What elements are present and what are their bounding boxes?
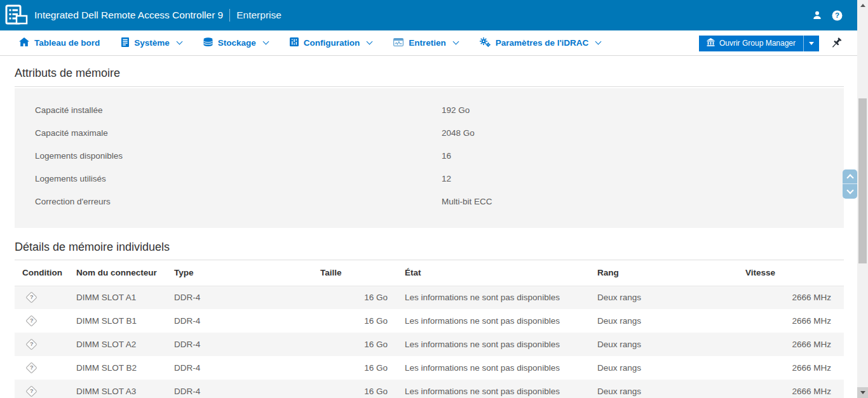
chevron-down-icon xyxy=(176,39,182,45)
memory-attributes-panel: Capacité installée 192 Go Capacité maxim… xyxy=(15,88,844,228)
main-nav: Tableau de bord Système Stockage xyxy=(0,30,857,56)
table-row: ? DIMM SLOT A3 DDR-4 16 Go Les informati… xyxy=(15,380,844,398)
scrollbar-thumb[interactable] xyxy=(858,98,867,263)
attribute-value: Multi-bit ECC xyxy=(442,197,492,206)
chevron-up-icon xyxy=(846,174,853,181)
attribute-row: Capacité maximale 2048 Go xyxy=(15,121,844,144)
configuration-icon xyxy=(290,37,299,48)
chevron-down-icon xyxy=(367,39,373,45)
unknown-status-icon: ? xyxy=(25,362,37,373)
cell-type: DDR-4 xyxy=(174,286,320,309)
unknown-status-icon: ? xyxy=(25,315,37,326)
attribute-row: Logements disponibles 16 xyxy=(15,144,844,167)
cell-size: 16 Go xyxy=(320,356,388,380)
nav-item-configuration[interactable]: Configuration xyxy=(290,37,372,48)
attribute-label: Capacité installée xyxy=(15,105,442,115)
attribute-label: Correction d'erreurs xyxy=(15,197,442,206)
table-row: ? DIMM SLOT B2 DDR-4 16 Go Les informati… xyxy=(15,356,844,380)
cell-speed: 2666 MHz xyxy=(745,380,844,398)
vertical-scrollbar[interactable] xyxy=(857,0,868,398)
chevron-down-icon xyxy=(846,187,853,194)
cell-connector: DIMM SLOT A1 xyxy=(76,286,174,309)
attribute-value: 16 xyxy=(442,151,451,161)
help-icon[interactable]: ? xyxy=(832,10,843,21)
cell-speed: 2666 MHz xyxy=(745,286,844,309)
table-row: ? DIMM SLOT A1 DDR-4 16 Go Les informati… xyxy=(15,286,844,309)
cell-speed: 2666 MHz xyxy=(745,356,844,380)
server-logo-icon xyxy=(5,4,28,26)
cell-type: DDR-4 xyxy=(174,309,320,333)
scroll-down-button[interactable] xyxy=(843,184,857,199)
cell-speed: 2666 MHz xyxy=(745,309,844,333)
column-header-state: État xyxy=(388,260,597,286)
nav-label: Tableau de bord xyxy=(34,38,100,48)
attribute-row: Correction d'erreurs Multi-bit ECC xyxy=(15,190,844,213)
cell-size: 16 Go xyxy=(320,380,388,398)
nav-item-system[interactable]: Système xyxy=(121,37,182,49)
cell-size: 16 Go xyxy=(320,309,388,333)
scrollbar-down-button[interactable] xyxy=(857,387,868,398)
nav-label: Entretien xyxy=(409,38,446,48)
attribute-value: 12 xyxy=(442,174,451,183)
chevron-down-icon xyxy=(595,39,602,45)
column-header-size: Taille xyxy=(320,260,388,286)
svg-text:?: ? xyxy=(835,11,839,19)
attribute-value: 2048 Go xyxy=(442,128,475,138)
unknown-status-icon: ? xyxy=(25,292,37,303)
header-bar: Integrated Dell Remote Access Controller… xyxy=(0,0,857,30)
pin-icon[interactable] xyxy=(830,37,843,50)
nav-item-idrac-settings[interactable]: Paramètres de l'iDRAC xyxy=(480,37,601,49)
nav-label: Système xyxy=(134,38,170,48)
scrollbar-up-button[interactable] xyxy=(857,0,868,11)
cell-type: DDR-4 xyxy=(174,380,320,398)
memory-details-title: Détails de mémoire individuels xyxy=(15,241,844,254)
cell-connector: DIMM SLOT A2 xyxy=(76,333,174,356)
column-header-type: Type xyxy=(174,260,320,286)
triangle-up-icon xyxy=(860,4,865,7)
cell-rank: Deux rangs xyxy=(597,309,745,333)
attribute-value: 192 Go xyxy=(442,105,470,115)
cell-type: DDR-4 xyxy=(174,356,320,380)
nav-label: Stockage xyxy=(218,38,256,48)
column-header-connector: Nom du connecteur xyxy=(76,260,174,286)
cell-type: DDR-4 xyxy=(174,333,320,356)
unknown-status-icon: ? xyxy=(25,385,37,397)
cell-state: Les informations ne sont pas disponibles xyxy=(388,380,597,398)
cell-speed: 2666 MHz xyxy=(745,333,844,356)
edition-label: Enterprise xyxy=(236,10,281,21)
caret-down-icon xyxy=(809,42,814,45)
user-icon[interactable] xyxy=(812,10,822,20)
group-manager-icon xyxy=(707,38,715,48)
gears-icon xyxy=(480,37,491,49)
nav-item-maintenance[interactable]: Entretien xyxy=(393,38,458,48)
nav-label: Configuration xyxy=(304,38,360,48)
home-icon xyxy=(19,37,29,48)
group-manager-dropdown-toggle[interactable] xyxy=(803,36,819,51)
column-header-condition: Condition xyxy=(15,260,76,286)
cell-connector: DIMM SLOT A3 xyxy=(76,380,174,398)
cell-rank: Deux rangs xyxy=(597,356,745,380)
triangle-down-icon xyxy=(860,391,865,394)
memory-details-table: Condition Nom du connecteur Type Taille … xyxy=(15,260,844,398)
cell-rank: Deux rangs xyxy=(597,380,745,398)
app-title: Integrated Dell Remote Access Controller… xyxy=(34,10,223,21)
maintenance-icon xyxy=(393,38,403,48)
cell-size: 16 Go xyxy=(320,333,388,356)
cell-state: Les informations ne sont pas disponibles xyxy=(388,309,597,333)
chevron-down-icon xyxy=(262,39,269,45)
attribute-row: Capacité installée 192 Go xyxy=(15,98,844,121)
group-manager-label: Ouvrir Group Manager xyxy=(719,39,796,48)
nav-item-dashboard[interactable]: Tableau de bord xyxy=(19,37,100,48)
open-group-manager-button[interactable]: Ouvrir Group Manager xyxy=(699,36,803,51)
cell-connector: DIMM SLOT B2 xyxy=(76,356,174,380)
page-scroll-widget xyxy=(843,169,857,199)
attribute-label: Logements disponibles xyxy=(15,151,442,161)
unknown-status-icon: ? xyxy=(25,338,37,350)
nav-item-storage[interactable]: Stockage xyxy=(203,37,268,48)
cell-size: 16 Go xyxy=(320,286,388,309)
cell-rank: Deux rangs xyxy=(597,333,745,356)
memory-attributes-title: Attributs de mémoire xyxy=(15,67,844,80)
table-header-row: Condition Nom du connecteur Type Taille … xyxy=(15,260,844,286)
cell-state: Les informations ne sont pas disponibles xyxy=(388,286,597,309)
scroll-up-button[interactable] xyxy=(843,169,857,184)
